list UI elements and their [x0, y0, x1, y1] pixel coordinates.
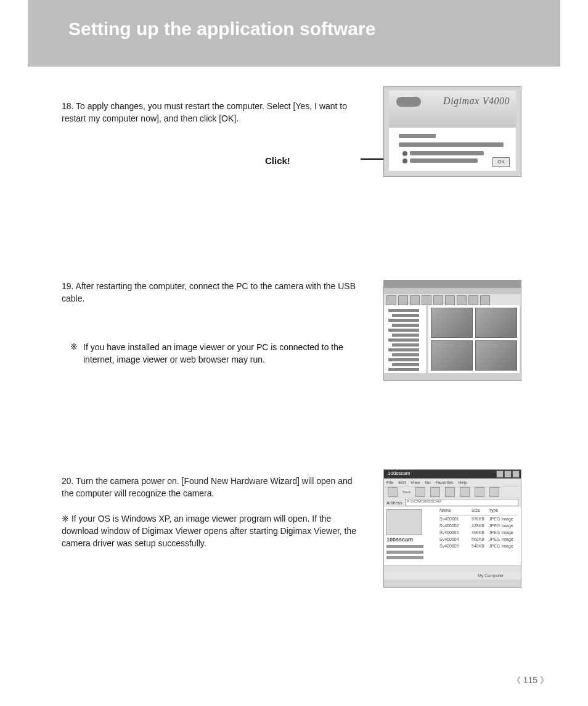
- toolbar: [384, 294, 521, 305]
- cell-size: 548KB: [472, 544, 489, 551]
- tree-item[interactable]: [388, 368, 419, 371]
- brand-main: Digimax: [443, 96, 480, 106]
- scrollbar[interactable]: [384, 565, 521, 572]
- menu-item[interactable]: Favorites: [436, 480, 454, 485]
- statusbar: [384, 373, 521, 380]
- page-footer: 《 115 》: [512, 675, 549, 686]
- cell-type: JPEG Image: [489, 530, 516, 537]
- thumbnail[interactable]: [475, 308, 517, 338]
- tool-btn[interactable]: [468, 295, 478, 305]
- cell-type: JPEG Image: [489, 523, 516, 530]
- tree-item[interactable]: [388, 309, 419, 312]
- file-list: Sv400001 576KB JPEG Image Sv400002 428KB…: [439, 517, 517, 551]
- tree-item[interactable]: [388, 348, 419, 351]
- radio-restart-later-icon[interactable]: [402, 158, 407, 163]
- cell-name: Sv400001: [439, 517, 472, 523]
- tree-item[interactable]: [392, 353, 419, 356]
- col-type[interactable]: Type: [489, 508, 516, 515]
- minimize-icon[interactable]: [496, 470, 504, 478]
- ok-button[interactable]: OK: [492, 157, 510, 167]
- window-titlebar: [384, 281, 521, 288]
- desc-line: [386, 556, 423, 559]
- page-title: Setting up the application software: [68, 18, 375, 39]
- cell-name: Sv400003: [439, 530, 472, 537]
- folder-icon: [386, 509, 422, 535]
- cell-name: Sv400005: [439, 544, 472, 551]
- tool-btn[interactable]: [457, 295, 467, 305]
- copy-button-icon[interactable]: [460, 487, 470, 497]
- tree-item[interactable]: [392, 334, 419, 337]
- address-bar: Address F:\DCIM\100SSCAM: [384, 498, 521, 507]
- installer-line: [399, 142, 504, 147]
- desc-line: [386, 545, 423, 548]
- window-title-text: 100sscam: [388, 470, 410, 476]
- menu-item[interactable]: Help: [459, 480, 467, 485]
- cell-type: JPEG Image: [489, 517, 516, 523]
- folder-label: 100sscam: [386, 536, 436, 543]
- tree-item[interactable]: [388, 339, 419, 342]
- tree-item[interactable]: [392, 324, 419, 327]
- paste-button-icon[interactable]: [475, 487, 484, 497]
- cell-size: 576KB: [472, 517, 489, 523]
- samsung-logo-icon: [396, 97, 421, 107]
- thumbnail[interactable]: [431, 340, 473, 371]
- table-row[interactable]: Sv400003 496KB JPEG Image: [439, 530, 517, 537]
- col-size[interactable]: Size: [472, 508, 489, 515]
- address-input[interactable]: F:\DCIM\100SSCAM: [405, 499, 518, 506]
- tree-item[interactable]: [392, 363, 419, 366]
- thumbnail-grid: [428, 305, 520, 373]
- explorer-body: 100sscam Name Size Type Sv400001 576KB J…: [384, 507, 521, 580]
- menu-item[interactable]: Edit: [398, 480, 406, 485]
- col-name[interactable]: Name: [439, 508, 472, 515]
- cell-name: Sv400002: [439, 523, 472, 530]
- installer-body: OK: [389, 128, 516, 171]
- up-button-icon[interactable]: [430, 487, 440, 497]
- reference-mark-icon: ※: [70, 342, 78, 351]
- installer-header: Digimax V4000: [389, 91, 516, 128]
- menubar: File Edit View Go Favorites Help: [384, 478, 521, 486]
- tool-btn[interactable]: [422, 295, 431, 305]
- maximize-icon[interactable]: [504, 470, 512, 478]
- brand-model: V4000: [483, 96, 510, 106]
- radio-label: [410, 151, 484, 155]
- step-20-main: 20. Turn the camera power on. [Found New…: [62, 476, 353, 498]
- folder-tree[interactable]: [384, 305, 427, 373]
- tool-btn[interactable]: [398, 295, 408, 305]
- cell-size: 496KB: [472, 530, 489, 537]
- tree-item[interactable]: [388, 319, 419, 322]
- tool-btn[interactable]: [386, 295, 396, 305]
- installer-brand: Digimax V4000: [443, 94, 510, 107]
- click-label: Click!: [265, 155, 290, 166]
- thumbnail[interactable]: [431, 308, 473, 338]
- header-band: Setting up the application software: [28, 0, 560, 67]
- tree-item[interactable]: [392, 314, 419, 317]
- table-row[interactable]: Sv400001 576KB JPEG Image: [439, 517, 517, 523]
- table-row[interactable]: Sv400005 548KB JPEG Image: [439, 544, 517, 551]
- tree-item[interactable]: [388, 329, 419, 332]
- tool-btn[interactable]: [445, 295, 455, 305]
- tool-btn[interactable]: [410, 295, 420, 305]
- undo-button-icon[interactable]: [489, 487, 499, 497]
- menu-item[interactable]: View: [410, 480, 420, 485]
- radio-restart-now-icon[interactable]: [402, 151, 407, 156]
- cell-name: Sv400004: [439, 537, 472, 544]
- window-titlebar: 100sscam: [384, 470, 521, 478]
- forward-button-icon[interactable]: [415, 487, 425, 497]
- close-icon[interactable]: [512, 470, 520, 478]
- tree-item[interactable]: [392, 343, 419, 347]
- table-row[interactable]: Sv400002 428KB JPEG Image: [439, 523, 517, 530]
- tool-btn[interactable]: [433, 295, 443, 305]
- menu-item[interactable]: Go: [425, 480, 430, 485]
- table-row[interactable]: Sv400004 568KB JPEG Image: [439, 537, 517, 544]
- radio-label: [410, 158, 478, 163]
- menu-item[interactable]: File: [386, 480, 393, 485]
- btn-label: Back: [402, 490, 410, 494]
- cut-button-icon[interactable]: [445, 487, 455, 497]
- tool-btn[interactable]: [480, 295, 490, 305]
- thumbnail[interactable]: [475, 340, 517, 371]
- back-button-icon[interactable]: [388, 487, 398, 497]
- explorer-figure: 100sscam File Edit View Go Favorites Hel…: [383, 469, 521, 588]
- menubar: [384, 288, 521, 294]
- step-19-text: 19. After restarting the computer, conne…: [62, 280, 357, 305]
- tree-item[interactable]: [388, 358, 419, 361]
